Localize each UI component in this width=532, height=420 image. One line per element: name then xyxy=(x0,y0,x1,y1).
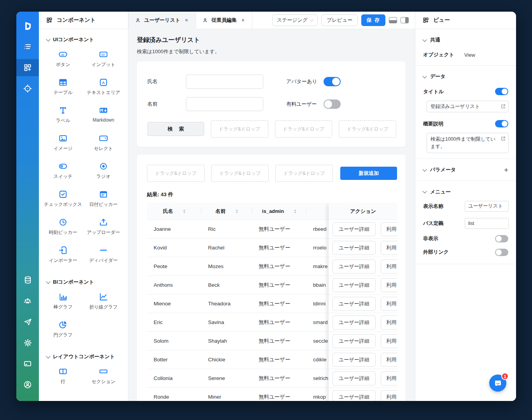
column-header-name[interactable]: 氏名 xyxy=(147,203,201,220)
component-section[interactable]: セクション xyxy=(83,366,124,394)
user-detail-button[interactable]: ユーザー詳細 xyxy=(332,297,376,311)
component-checkbox[interactable]: チェックボックス xyxy=(43,189,83,216)
usage-button[interactable]: 利用 xyxy=(381,390,397,401)
first-name-input[interactable] xyxy=(186,97,263,111)
title-toggle[interactable] xyxy=(495,88,508,95)
add-parameter-button[interactable]: + xyxy=(504,166,508,174)
component-label[interactable]: ラベル xyxy=(43,105,83,132)
component-importer[interactable]: インポーター xyxy=(43,245,83,272)
avatar-toggle[interactable] xyxy=(324,77,341,86)
section-data[interactable]: データ xyxy=(423,66,508,85)
column-header-isadmin[interactable]: is_admin xyxy=(252,203,306,220)
component-uploader[interactable]: アップローダー xyxy=(83,217,124,244)
component-divider[interactable]: ディバイダー xyxy=(83,245,124,272)
section-layout-components[interactable]: レイアウトコンポーネント xyxy=(39,352,128,364)
component-textarea[interactable]: A テキストエリア xyxy=(83,77,124,105)
sort-icon[interactable] xyxy=(183,209,186,213)
component-switch[interactable]: スイッチ xyxy=(43,161,83,188)
dropzone[interactable]: ドラッグ&ドロップ xyxy=(275,165,333,182)
hidden-toggle[interactable] xyxy=(495,235,508,242)
usage-button[interactable]: 利用 xyxy=(381,334,397,348)
section-common[interactable]: 共通 xyxy=(423,29,508,49)
component-radio[interactable]: ラジオ xyxy=(83,161,124,188)
dropzone[interactable]: ドラッグ&ドロップ xyxy=(211,120,268,138)
nav-users-icon[interactable] xyxy=(19,292,36,309)
nav-settings-icon[interactable] xyxy=(19,334,36,351)
component-table[interactable]: テーブル xyxy=(43,77,83,105)
usage-button[interactable]: 利用 xyxy=(381,353,397,367)
usage-button[interactable]: 利用 xyxy=(381,222,397,236)
save-button[interactable]: 保 存 xyxy=(361,14,385,26)
display-name-input[interactable] xyxy=(465,201,509,212)
title-input[interactable] xyxy=(427,101,509,112)
nav-send-icon[interactable] xyxy=(19,313,36,330)
external-link-icon[interactable] xyxy=(500,136,506,141)
usage-button[interactable]: 利用 xyxy=(381,297,397,311)
usage-button[interactable]: 利用 xyxy=(381,371,397,385)
toggle-bottom-panel-icon[interactable] xyxy=(389,17,397,23)
external-link-icon[interactable] xyxy=(500,104,506,109)
dropzone[interactable]: ドラッグ&ドロップ xyxy=(147,165,205,182)
section-ui-components[interactable]: UIコンポーネント xyxy=(39,35,128,47)
section-params[interactable]: パラメータ + xyxy=(423,159,508,179)
usage-button[interactable]: 利用 xyxy=(381,241,397,255)
column-header-first[interactable]: 名前 xyxy=(201,203,252,220)
search-button[interactable]: 検 索 xyxy=(147,122,204,136)
user-detail-button[interactable]: ユーザー詳細 xyxy=(332,353,376,367)
environment-select[interactable]: ステージング xyxy=(272,14,318,26)
components-panel-title: コンポーネント xyxy=(57,17,96,24)
column-header-action: アクション xyxy=(329,203,397,220)
nav-pages-icon[interactable] xyxy=(19,38,36,55)
chat-button[interactable]: 1 xyxy=(489,375,506,392)
description-input[interactable]: 検索は1000件まで制限しています。 xyxy=(427,133,509,153)
nav-database-icon[interactable] xyxy=(19,271,36,288)
component-select[interactable]: セレクト xyxy=(83,133,124,160)
preview-button[interactable]: プレビュー xyxy=(321,14,358,26)
component-image[interactable]: イメージ xyxy=(43,133,83,160)
user-detail-button[interactable]: ユーザー詳細 xyxy=(332,278,376,292)
user-detail-button[interactable]: ユーザー詳細 xyxy=(332,371,376,385)
nav-billing-icon[interactable] xyxy=(19,355,36,372)
sort-icon[interactable] xyxy=(236,209,238,213)
usage-button[interactable]: 利用 xyxy=(381,315,397,329)
name-input[interactable] xyxy=(186,75,263,89)
user-detail-button[interactable]: ユーザー詳細 xyxy=(332,222,376,236)
user-detail-button[interactable]: ユーザー詳細 xyxy=(332,241,376,255)
component-timepicker[interactable]: 時刻ピッカー xyxy=(43,217,83,244)
usage-button[interactable]: 利用 xyxy=(381,260,397,274)
component-markdown[interactable]: Markdown xyxy=(83,105,124,132)
nav-components-icon[interactable] xyxy=(16,59,39,76)
usage-button[interactable]: 利用 xyxy=(381,278,397,292)
component-input[interactable]: 12 インプット xyxy=(83,49,124,77)
list-card: ドラッグ&ドロップ ドラッグ&ドロップ ドラッグ&ドロップ 新規追加 結果: 4… xyxy=(137,155,406,401)
user-detail-button[interactable]: ユーザー詳細 xyxy=(332,260,376,274)
user-detail-button[interactable]: ユーザー詳細 xyxy=(332,315,376,329)
dropzone[interactable]: ドラッグ&ドロップ xyxy=(275,120,332,138)
tab-user-list[interactable]: ユーザーリスト × xyxy=(128,12,196,29)
close-icon[interactable]: × xyxy=(240,16,246,24)
nav-account-icon[interactable] xyxy=(19,376,36,393)
description-toggle[interactable] xyxy=(495,120,508,127)
section-bi-components[interactable]: BIコンポーネント xyxy=(39,277,128,289)
external-link-toggle[interactable] xyxy=(495,249,508,256)
component-button[interactable]: ボタン xyxy=(43,49,83,77)
add-new-button[interactable]: 新規追加 xyxy=(340,167,397,180)
dropzone[interactable]: ドラッグ&ドロップ xyxy=(339,120,396,138)
section-menu[interactable]: メニュー xyxy=(423,181,508,201)
sort-icon[interactable] xyxy=(294,209,296,213)
component-row[interactable]: 行 xyxy=(43,366,83,394)
component-piechart[interactable]: 円グラフ xyxy=(43,320,83,347)
user-detail-button[interactable]: ユーザー詳細 xyxy=(332,334,376,348)
toggle-right-panel-icon[interactable] xyxy=(401,17,409,23)
object-row: オブジェクト View xyxy=(423,49,508,64)
component-linechart[interactable]: 折り線グラフ xyxy=(83,292,124,319)
component-barchart[interactable]: 棒グラフ xyxy=(43,292,83,319)
tab-employee-edit[interactable]: 従業員編集 × xyxy=(196,12,252,29)
component-datepicker[interactable]: 日付ピッカー xyxy=(83,189,124,216)
user-detail-button[interactable]: ユーザー詳細 xyxy=(332,390,376,401)
dropzone[interactable]: ドラッグ&ドロップ xyxy=(211,165,269,182)
nav-target-icon[interactable] xyxy=(19,80,36,97)
close-icon[interactable]: × xyxy=(184,16,189,24)
paid-user-toggle[interactable] xyxy=(324,99,341,109)
path-input[interactable] xyxy=(465,218,509,229)
